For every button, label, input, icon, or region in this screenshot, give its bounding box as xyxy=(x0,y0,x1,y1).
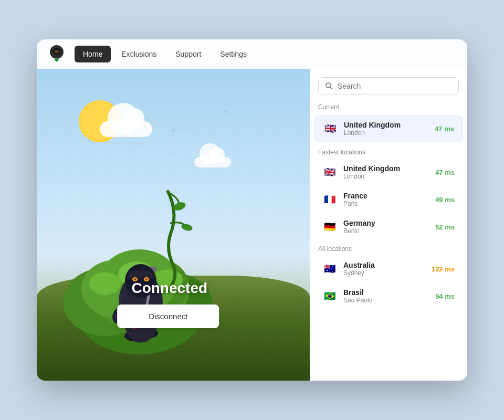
all-location-item-1[interactable]: 🇧🇷 Brasil São Paulo 94 ms xyxy=(314,283,463,309)
latency-au: 122 ms xyxy=(432,265,455,273)
location-info-au: Australia Sydney xyxy=(343,261,425,277)
location-name-uk: United Kingdom xyxy=(343,164,429,173)
flag-fr: 🇫🇷 xyxy=(322,192,337,207)
svg-point-40 xyxy=(326,83,331,88)
svg-point-10 xyxy=(172,129,175,132)
nav-item-support[interactable]: Support xyxy=(167,46,209,62)
all-location-item-0[interactable]: 🇦🇺 Australia Sydney 122 ms xyxy=(314,256,463,282)
current-location-city: London xyxy=(344,129,428,136)
location-info-fr: France Paris xyxy=(343,192,429,207)
search-icon xyxy=(325,82,333,90)
location-city-au: Sydney xyxy=(343,269,425,277)
svg-line-41 xyxy=(330,87,332,89)
connected-status-text: Connected xyxy=(131,280,207,297)
svg-point-8 xyxy=(55,58,58,61)
current-latency: 47 ms xyxy=(435,125,454,133)
current-section-label: Current xyxy=(310,99,467,113)
main-content: Connected Disconnect Current 🇬🇧 xyxy=(37,69,467,381)
current-location-info: United Kingdom London xyxy=(344,121,428,136)
search-box[interactable] xyxy=(318,77,459,95)
nav-item-home[interactable]: Home xyxy=(75,46,111,62)
fastest-location-item-2[interactable]: 🇩🇪 Germany Berlin 52 ms xyxy=(314,214,463,240)
flag-au: 🇦🇺 xyxy=(322,261,337,276)
current-flag: 🇬🇧 xyxy=(323,121,338,136)
location-info-uk: United Kingdom London xyxy=(343,164,429,180)
location-name-br: Brasil xyxy=(343,288,429,297)
app-logo xyxy=(47,45,66,64)
cloud-base-1 xyxy=(100,121,152,137)
fastest-section-label: Fastest locations xyxy=(310,144,467,158)
svg-point-11 xyxy=(224,110,227,113)
location-city-de: Berlin xyxy=(343,227,429,235)
cloud-1 xyxy=(100,116,152,137)
cloud-shape-1 xyxy=(100,116,152,137)
location-name-fr: France xyxy=(343,192,429,200)
search-input[interactable] xyxy=(338,82,452,90)
current-location-item[interactable]: 🇬🇧 United Kingdom London 47 ms xyxy=(314,115,463,142)
location-name-de: Germany xyxy=(343,219,429,227)
flag-de: 🇩🇪 xyxy=(322,219,337,234)
nav-bar: Home Exclusions Support Settings xyxy=(37,39,467,69)
latency-fr: 49 ms xyxy=(435,196,455,204)
nav-item-settings[interactable]: Settings xyxy=(212,46,255,62)
fastest-location-item-0[interactable]: 🇬🇧 United Kingdom London 47 ms xyxy=(314,159,463,185)
ninja-illustration xyxy=(52,150,226,360)
current-location-name: United Kingdom xyxy=(344,121,428,129)
flag-uk-fastest: 🇬🇧 xyxy=(322,165,337,180)
fastest-location-item-1[interactable]: 🇫🇷 France Paris 49 ms xyxy=(314,186,463,213)
location-city-uk: London xyxy=(343,173,429,180)
location-list[interactable]: Current 🇬🇧 United Kingdom London 47 ms F… xyxy=(310,99,467,381)
location-name-au: Australia xyxy=(343,261,425,269)
location-city-fr: Paris xyxy=(343,200,429,207)
latency-de: 52 ms xyxy=(435,223,455,231)
latency-br: 94 ms xyxy=(435,292,455,300)
nav-item-exclusions[interactable]: Exclusions xyxy=(113,46,165,62)
locations-panel: Current 🇬🇧 United Kingdom London 47 ms F… xyxy=(310,69,467,381)
flag-br: 🇧🇷 xyxy=(322,289,337,303)
location-city-br: São Paulo xyxy=(343,297,429,304)
all-section-label: All locations xyxy=(310,241,467,255)
disconnect-button[interactable]: Disconnect xyxy=(117,304,219,328)
svg-rect-7 xyxy=(52,50,61,53)
svg-point-20 xyxy=(89,272,121,295)
location-info-br: Brasil São Paulo xyxy=(343,288,429,304)
illustration-panel: Connected Disconnect xyxy=(37,69,310,381)
latency-uk: 47 ms xyxy=(435,169,455,176)
location-info-de: Germany Berlin xyxy=(343,219,429,235)
app-window: Home Exclusions Support Settings xyxy=(37,39,467,381)
